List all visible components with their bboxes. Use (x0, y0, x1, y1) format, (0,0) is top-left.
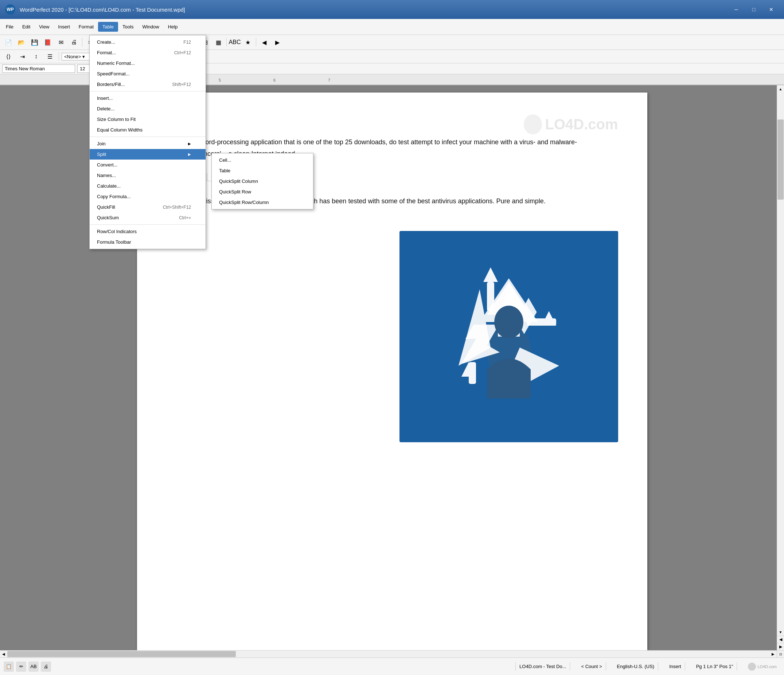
mode-indicator: Insert (666, 662, 685, 670)
menu-size-col[interactable]: Size Column to Fit (90, 114, 205, 124)
menu-formula-toolbar[interactable]: Formula Toolbar (90, 237, 205, 247)
menu-window[interactable]: Window (138, 22, 163, 32)
svg-text:6: 6 (273, 78, 275, 82)
submenu-table[interactable]: Table (212, 165, 313, 176)
font-name-input[interactable] (2, 65, 75, 73)
columns-btn[interactable]: ▦ (212, 37, 224, 48)
open-button[interactable]: 📂 (15, 37, 28, 48)
menu-delete[interactable]: Delete... (90, 104, 205, 114)
menu-format[interactable]: Format (75, 22, 98, 32)
menu-view[interactable]: View (35, 22, 54, 32)
menu-bar: File Edit View Insert Format Table Tools… (0, 19, 784, 35)
menu-numeric-format[interactable]: Numeric Format... (90, 58, 205, 68)
menu-table[interactable]: Table (98, 22, 118, 32)
toolbar2-btn1[interactable]: ⟨⟩ (2, 51, 15, 62)
scroll-extra-3[interactable]: ⊡ (777, 650, 784, 658)
sep-5 (226, 38, 227, 47)
menu-insert[interactable]: Insert (54, 22, 75, 32)
scroll-right-btn[interactable]: ▶ (769, 650, 777, 658)
pdf-button[interactable]: 📕 (42, 37, 54, 48)
watermark-top: LO4D.com (524, 114, 618, 134)
submenu-quicksplit-col[interactable]: QuickSplit Column (212, 176, 313, 186)
menu-convert[interactable]: Convert... (90, 160, 205, 170)
minimize-button[interactable]: ─ (728, 4, 745, 15)
menu-quickfill[interactable]: QuickFill Ctrl+Shift+F12 (90, 202, 205, 213)
menu-row-col[interactable]: Row/Col Indicators (90, 226, 205, 237)
window-controls: ─ □ ✕ (728, 4, 779, 15)
scroll-extra-1[interactable]: ◀ (777, 636, 784, 643)
status-icon-3[interactable]: AB (28, 661, 39, 672)
back-btn[interactable]: ◀ (258, 37, 271, 48)
status-icon-4[interactable]: 🖨 (41, 661, 51, 672)
menu-copy-formula[interactable]: Copy Formula... (90, 191, 205, 202)
sep-1 (82, 38, 82, 47)
close-button[interactable]: ✕ (763, 4, 779, 15)
status-icon-2[interactable]: ✏ (16, 661, 26, 672)
svg-rect-9 (469, 362, 476, 384)
sep-6 (256, 38, 256, 47)
thesaurus-btn[interactable]: ★ (242, 37, 254, 48)
scroll-down-btn[interactable]: ▼ (777, 628, 784, 636)
title-bar: WP WordPerfect 2020 - [C:\LO4D.com\LO4D.… (0, 0, 784, 19)
scroll-thumb-h[interactable] (7, 651, 236, 657)
menu-equal-col[interactable]: Equal Column Widths (90, 124, 205, 135)
menu-insert[interactable]: Insert... (90, 93, 205, 104)
menu-join[interactable]: Join ▶ (90, 138, 205, 149)
status-icon-1[interactable]: 📋 (4, 661, 14, 672)
forward-btn[interactable]: ▶ (271, 37, 283, 48)
svg-text:7: 7 (328, 78, 330, 82)
print-button[interactable]: 🖨 (68, 37, 80, 48)
table-dropdown-menu: Create... F12 Format... Ctrl+F12 Numeric… (89, 35, 206, 249)
submenu-quicksplit-row[interactable]: QuickSplit Row (212, 186, 313, 197)
menu-names[interactable]: Names... (90, 170, 205, 181)
submenu-quicksplit-rowcol[interactable]: QuickSplit Row/Column (212, 197, 313, 208)
position-indicator: Pg 1 Ln 3" Pos 1" (692, 662, 737, 670)
scrollbar-horizontal[interactable]: ◀ ▶ (0, 650, 777, 658)
toolbar2-btn2[interactable]: ⇥ (16, 51, 28, 62)
scroll-up-btn[interactable]: ▲ (777, 85, 784, 93)
menu-tools[interactable]: Tools (118, 22, 138, 32)
spellcheck-btn[interactable]: ABC (229, 37, 241, 48)
app-window: WP WordPerfect 2020 - [C:\LO4D.com\LO4D.… (0, 0, 784, 675)
status-bar: 📋 ✏ AB 🖨 LO4D.com - Test Do... < Count >… (0, 658, 784, 675)
menu-format[interactable]: Format... Ctrl+F12 (90, 47, 205, 58)
menu-file[interactable]: File (2, 22, 18, 32)
window-title: WordPerfect 2020 - [C:\LO4D.com\LO4D.com… (20, 6, 728, 13)
submenu-cell[interactable]: Cell... (212, 155, 313, 165)
scroll-thumb-v[interactable] (778, 119, 784, 200)
email-button[interactable]: ✉ (54, 37, 67, 48)
scrollbar-vertical[interactable]: ▲ ▼ ◀ ▶ ⊡ (777, 85, 784, 658)
app-icon: WP (5, 4, 16, 15)
lo4d-logo-image (400, 231, 618, 442)
menu-speedformat[interactable]: SpeedFormat... (90, 68, 205, 79)
count-indicator[interactable]: < Count > (577, 662, 606, 670)
menu-create[interactable]: Create... F12 (90, 37, 205, 47)
toolbar2-btn3[interactable]: ↕ (30, 51, 42, 62)
taskbar-label: LO4D.com - Test Do... (515, 662, 570, 670)
sep-t2-1 (59, 52, 59, 61)
svg-text:5: 5 (219, 78, 221, 82)
menu-sep-1 (90, 91, 205, 92)
maximize-button[interactable]: □ (745, 4, 762, 15)
language-indicator: English-U.S. (US) (613, 662, 659, 670)
menu-sep-3 (90, 224, 205, 225)
svg-point-12 (494, 306, 523, 338)
svg-marker-4 (483, 267, 498, 282)
save-button[interactable]: 💾 (28, 37, 41, 48)
menu-calculate[interactable]: Calculate... (90, 181, 205, 191)
menu-split[interactable]: Split ▶ (90, 149, 205, 160)
menu-help[interactable]: Help (164, 22, 182, 32)
menu-quicksum[interactable]: QuickSum Ctrl+= (90, 213, 205, 223)
scroll-extra-2[interactable]: ▶ (777, 643, 784, 650)
lo4d-status-logo: LO4D.com (744, 663, 780, 670)
menu-edit[interactable]: Edit (18, 22, 35, 32)
new-button[interactable]: 📄 (2, 37, 15, 48)
split-submenu: Cell... Table QuickSplit Column QuickSpl… (212, 153, 313, 209)
scroll-left-btn[interactable]: ◀ (0, 650, 7, 658)
align-btn[interactable]: ☰ (44, 51, 56, 62)
menu-borders[interactable]: Borders/Fill... Shift+F12 (90, 79, 205, 90)
menu-sep-2 (90, 137, 205, 137)
